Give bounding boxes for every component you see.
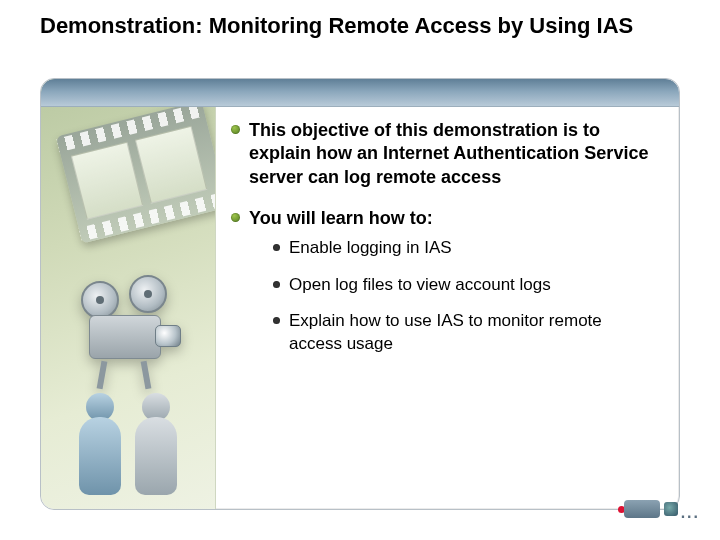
ellipsis-icon: ... [681, 504, 700, 522]
content-area: This objective of this demonstration is … [231, 119, 659, 489]
sub-bullet-text: Enable logging in IAS [289, 238, 452, 257]
panel-header-bar [41, 79, 679, 107]
slide: Demonstration: Monitoring Remote Access … [0, 0, 720, 540]
projector-icon [59, 269, 189, 389]
sub-bullet: Open log files to view account logs [273, 274, 659, 297]
sub-bullet-dot-icon [273, 281, 280, 288]
sub-bullet-dot-icon [273, 317, 280, 324]
illustration-sidebar [41, 79, 216, 509]
bullet-text: This objective of this demonstration is … [249, 120, 648, 187]
bullet-learn: You will learn how to: Enable logging in… [231, 207, 659, 356]
filmstrip-icon [56, 100, 216, 243]
content-panel: This objective of this demonstration is … [40, 78, 680, 510]
sub-bullet-list: Enable logging in IAS Open log files to … [273, 237, 659, 357]
bullet-dot-icon [231, 125, 240, 134]
sub-bullet-text: Explain how to use IAS to monitor remote… [289, 311, 602, 353]
sub-bullet-dot-icon [273, 244, 280, 251]
sub-bullet: Enable logging in IAS [273, 237, 659, 260]
slide-title: Demonstration: Monitoring Remote Access … [40, 12, 680, 40]
content-panel-wrap: This objective of this demonstration is … [40, 78, 680, 510]
sub-bullet: Explain how to use IAS to monitor remote… [273, 310, 659, 356]
bullet-dot-icon [231, 213, 240, 222]
person-icon [129, 393, 183, 503]
bullet-objective: This objective of this demonstration is … [231, 119, 659, 189]
bullet-text: You will learn how to: [249, 208, 433, 228]
sub-bullet-text: Open log files to view account logs [289, 275, 551, 294]
camcorder-icon: ... [616, 494, 678, 524]
person-icon [73, 393, 127, 503]
